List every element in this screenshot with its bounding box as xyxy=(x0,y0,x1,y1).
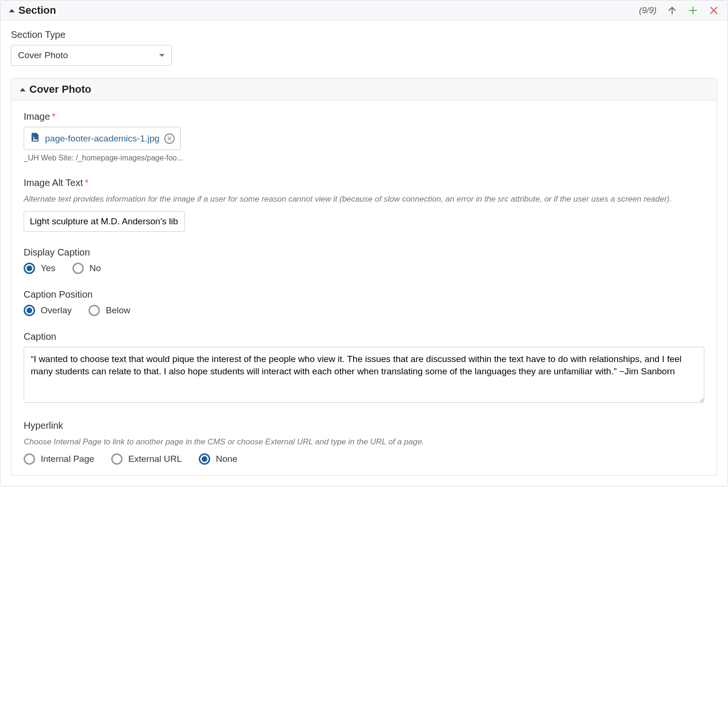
image-chip[interactable]: page-footer-academics-1.jpg ✕ xyxy=(24,127,181,150)
section-counter: (9/9) xyxy=(639,6,657,16)
section-body: Section Type Cover Photo Cover Photo Ima… xyxy=(0,21,728,486)
radio-icon xyxy=(24,263,35,274)
caption-position-label: Caption Position xyxy=(24,289,704,300)
cover-photo-title: Cover Photo xyxy=(29,83,91,96)
hyperlink-internal[interactable]: Internal Page xyxy=(24,453,94,465)
radio-icon xyxy=(111,453,123,465)
radio-label: None xyxy=(216,454,237,464)
section-type-select-wrap: Cover Photo xyxy=(11,45,172,66)
radio-label: Overlay xyxy=(41,305,71,316)
alt-text-label-text: Image Alt Text xyxy=(24,177,83,188)
hyperlink-radios: Internal Page External URL None xyxy=(24,453,704,465)
radio-icon xyxy=(24,305,35,316)
required-mark: * xyxy=(85,177,89,188)
alt-text-input[interactable] xyxy=(24,211,185,232)
image-label: Image* xyxy=(24,111,704,122)
radio-label: Yes xyxy=(41,263,55,274)
section-panel: Section (9/9) Section Type Cover Photo xyxy=(0,0,728,486)
radio-label: Below xyxy=(106,305,130,316)
caption-label: Caption xyxy=(24,331,704,342)
close-icon xyxy=(709,5,719,16)
caption-textarea[interactable] xyxy=(24,347,704,403)
svg-point-0 xyxy=(33,137,35,139)
caption-position-field: Caption Position Overlay Below xyxy=(24,289,704,316)
collapse-icon[interactable] xyxy=(9,9,15,12)
section-header-left: Section xyxy=(9,4,56,17)
hyperlink-help: Choose Internal Page to link to another … xyxy=(24,436,704,448)
image-filename: page-footer-academics-1.jpg xyxy=(45,133,160,144)
required-mark: * xyxy=(52,111,56,122)
radio-icon xyxy=(72,263,84,274)
section-type-select[interactable]: Cover Photo xyxy=(11,45,172,66)
hyperlink-none[interactable]: None xyxy=(199,453,237,465)
display-caption-radios: Yes No xyxy=(24,263,704,274)
cover-photo-header: Cover Photo xyxy=(11,79,717,101)
display-caption-yes[interactable]: Yes xyxy=(24,263,55,274)
section-type-label: Section Type xyxy=(11,29,717,40)
file-image-icon xyxy=(30,132,40,145)
cover-photo-body: Image* page-footer-academics-1.jpg ✕ _UH… xyxy=(11,101,717,475)
image-label-text: Image xyxy=(24,111,50,122)
cover-photo-panel: Cover Photo Image* page-footer-academics… xyxy=(11,78,717,476)
radio-icon xyxy=(199,453,210,465)
caption-position-radios: Overlay Below xyxy=(24,305,704,316)
section-header: Section (9/9) xyxy=(0,0,728,21)
display-caption-no[interactable]: No xyxy=(72,263,101,274)
radio-icon xyxy=(24,453,35,465)
caption-position-below[interactable]: Below xyxy=(89,305,130,316)
clear-image-button[interactable]: ✕ xyxy=(164,133,175,144)
hyperlink-external[interactable]: External URL xyxy=(111,453,182,465)
section-type-value: Cover Photo xyxy=(18,50,68,61)
chevron-down-icon xyxy=(159,54,165,57)
radio-label: Internal Page xyxy=(41,454,94,464)
image-field: Image* page-footer-academics-1.jpg ✕ _UH… xyxy=(24,111,704,162)
alt-text-field: Image Alt Text* Alternate text provides … xyxy=(24,177,704,232)
display-caption-field: Display Caption Yes No xyxy=(24,247,704,274)
plus-icon xyxy=(688,5,698,16)
hyperlink-label: Hyperlink xyxy=(24,420,704,431)
caption-field: Caption xyxy=(24,331,704,405)
section-header-actions: (9/9) xyxy=(639,5,719,16)
image-path: _UH Web Site: /_homepage-images/page-foo… xyxy=(24,154,185,162)
arrow-up-icon xyxy=(667,5,677,16)
radio-icon xyxy=(89,305,100,316)
caption-position-overlay[interactable]: Overlay xyxy=(24,305,71,316)
alt-text-help: Alternate text provides information for … xyxy=(24,193,704,205)
section-title: Section xyxy=(18,4,56,17)
add-button[interactable] xyxy=(688,5,698,16)
hyperlink-field: Hyperlink Choose Internal Page to link t… xyxy=(24,420,704,465)
move-up-button[interactable] xyxy=(667,5,677,16)
radio-label: No xyxy=(89,263,101,274)
alt-text-label: Image Alt Text* xyxy=(24,177,704,188)
display-caption-label: Display Caption xyxy=(24,247,704,258)
remove-button[interactable] xyxy=(709,5,719,16)
collapse-icon[interactable] xyxy=(20,88,26,91)
radio-label: External URL xyxy=(128,454,182,464)
